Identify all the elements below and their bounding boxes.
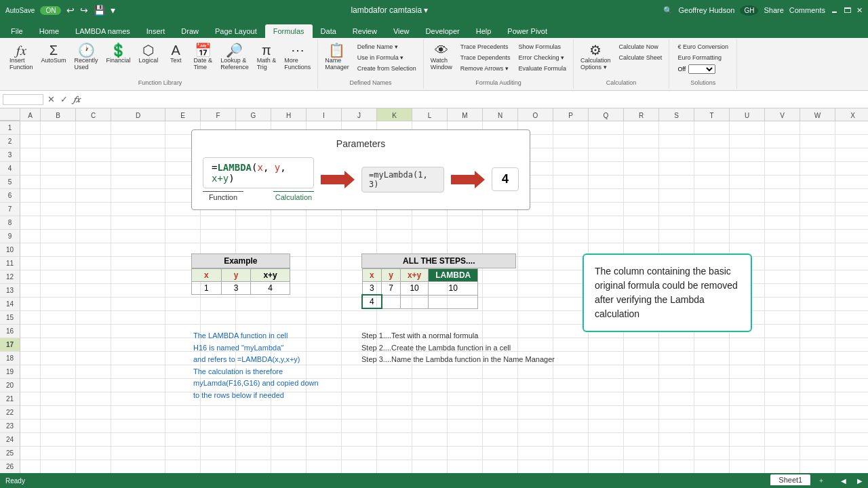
cell-U6[interactable] bbox=[730, 189, 765, 203]
cell-G26[interactable] bbox=[236, 460, 271, 473]
cell-K15[interactable] bbox=[377, 311, 412, 325]
row-num-18[interactable]: 18 bbox=[0, 352, 20, 365]
cell-A17[interactable] bbox=[20, 338, 41, 352]
cell-X24[interactable] bbox=[835, 433, 868, 447]
cell-I12[interactable] bbox=[307, 270, 342, 284]
row-num-6[interactable]: 6 bbox=[0, 189, 20, 203]
cell-D24[interactable] bbox=[111, 433, 165, 447]
cell-D22[interactable] bbox=[111, 406, 165, 420]
cell-F22[interactable] bbox=[201, 406, 236, 420]
row-num-7[interactable]: 7 bbox=[0, 203, 20, 216]
cell-P26[interactable] bbox=[553, 460, 589, 473]
cell-X1[interactable] bbox=[835, 121, 868, 135]
cell-R2[interactable] bbox=[624, 135, 659, 148]
cell-W6[interactable] bbox=[800, 189, 835, 203]
cell-A4[interactable] bbox=[20, 162, 41, 176]
row-num-1[interactable]: 1 bbox=[0, 121, 20, 135]
row-num-16[interactable]: 16 bbox=[0, 325, 20, 338]
cell-V22[interactable] bbox=[765, 406, 800, 420]
cell-A12[interactable] bbox=[20, 270, 41, 284]
cell-X7[interactable] bbox=[835, 203, 868, 216]
cell-R7[interactable] bbox=[624, 203, 659, 216]
row-num-9[interactable]: 9 bbox=[0, 230, 20, 243]
cell-B25[interactable] bbox=[41, 447, 76, 460]
cell-G9[interactable] bbox=[236, 230, 271, 243]
cell-G22[interactable] bbox=[236, 406, 271, 420]
customize-icon[interactable]: ▾ bbox=[111, 5, 115, 16]
cell-W7[interactable] bbox=[800, 203, 835, 216]
cell-Q20[interactable] bbox=[589, 379, 624, 392]
cell-T19[interactable] bbox=[694, 365, 730, 379]
col-header-O[interactable]: O bbox=[518, 108, 553, 121]
cell-C17[interactable] bbox=[76, 338, 111, 352]
cell-A3[interactable] bbox=[20, 148, 41, 162]
lookup-button[interactable]: 🔎 Lookup &Reference bbox=[218, 42, 252, 72]
cell-O24[interactable] bbox=[518, 433, 553, 447]
cell-W8[interactable] bbox=[800, 216, 835, 230]
cell-T24[interactable] bbox=[694, 433, 730, 447]
cell-P24[interactable] bbox=[553, 433, 589, 447]
maximize-button[interactable]: 🗖 bbox=[844, 6, 851, 14]
cell-Q8[interactable] bbox=[589, 216, 624, 230]
cell-I23[interactable] bbox=[307, 420, 342, 433]
cell-O8[interactable] bbox=[518, 216, 553, 230]
cell-K25[interactable] bbox=[377, 447, 412, 460]
trace-precedents-button[interactable]: Trace Precedents bbox=[458, 42, 513, 52]
cell-B22[interactable] bbox=[41, 406, 76, 420]
steps-cell-x1[interactable]: 3 bbox=[362, 282, 382, 296]
cell-D14[interactable] bbox=[111, 298, 165, 311]
cell-P6[interactable] bbox=[553, 189, 589, 203]
cell-X20[interactable] bbox=[835, 379, 868, 392]
cell-B20[interactable] bbox=[41, 379, 76, 392]
cell-A16[interactable] bbox=[20, 325, 41, 338]
cell-A14[interactable] bbox=[20, 298, 41, 311]
cell-A18[interactable] bbox=[20, 352, 41, 365]
autosave-toggle[interactable]: ON bbox=[40, 6, 61, 15]
cell-E25[interactable] bbox=[165, 447, 201, 460]
tab-review[interactable]: Review bbox=[344, 24, 385, 38]
cell-U5[interactable] bbox=[730, 176, 765, 189]
cell-A23[interactable] bbox=[20, 420, 41, 433]
cell-B26[interactable] bbox=[41, 460, 76, 473]
cell-U23[interactable] bbox=[730, 420, 765, 433]
cell-Q22[interactable] bbox=[589, 406, 624, 420]
cell-H23[interactable] bbox=[271, 420, 307, 433]
cell-O15[interactable] bbox=[518, 311, 553, 325]
cell-U18[interactable] bbox=[730, 352, 765, 365]
cell-C13[interactable] bbox=[76, 284, 111, 298]
cell-U2[interactable] bbox=[730, 135, 765, 148]
row-num-14[interactable]: 14 bbox=[0, 298, 20, 311]
col-header-Q[interactable]: Q bbox=[589, 108, 624, 121]
cell-N20[interactable] bbox=[483, 379, 518, 392]
cell-X9[interactable] bbox=[835, 230, 868, 243]
cell-C24[interactable] bbox=[76, 433, 111, 447]
cell-I14[interactable] bbox=[307, 298, 342, 311]
minimize-button[interactable]: 🗕 bbox=[831, 6, 838, 14]
cell-W10[interactable] bbox=[800, 243, 835, 257]
evaluate-formula-button[interactable]: Evaluate Formula bbox=[516, 64, 570, 73]
cell-Q2[interactable] bbox=[589, 135, 624, 148]
cell-B6[interactable] bbox=[41, 189, 76, 203]
cell-H15[interactable] bbox=[271, 311, 307, 325]
cell-J26[interactable] bbox=[342, 460, 377, 473]
cell-C7[interactable] bbox=[76, 203, 111, 216]
col-header-G[interactable]: G bbox=[236, 108, 271, 121]
row-num-10[interactable]: 10 bbox=[0, 243, 20, 257]
col-header-U[interactable]: U bbox=[730, 108, 765, 121]
cell-I22[interactable] bbox=[307, 406, 342, 420]
cell-T1[interactable] bbox=[694, 121, 730, 135]
cell-A20[interactable] bbox=[20, 379, 41, 392]
cell-S8[interactable] bbox=[659, 216, 694, 230]
cell-T25[interactable] bbox=[694, 447, 730, 460]
cell-M15[interactable] bbox=[448, 311, 483, 325]
cell-M19[interactable] bbox=[448, 365, 483, 379]
cell-U25[interactable] bbox=[730, 447, 765, 460]
cell-V4[interactable] bbox=[765, 162, 800, 176]
cell-C1[interactable] bbox=[76, 121, 111, 135]
cell-J8[interactable] bbox=[342, 216, 377, 230]
save-icon[interactable]: 💾 bbox=[94, 5, 105, 16]
cell-K8[interactable] bbox=[377, 216, 412, 230]
watch-window-button[interactable]: 👁 WatchWindow bbox=[428, 42, 455, 72]
cell-R6[interactable] bbox=[624, 189, 659, 203]
tab-help[interactable]: Help bbox=[468, 24, 500, 38]
